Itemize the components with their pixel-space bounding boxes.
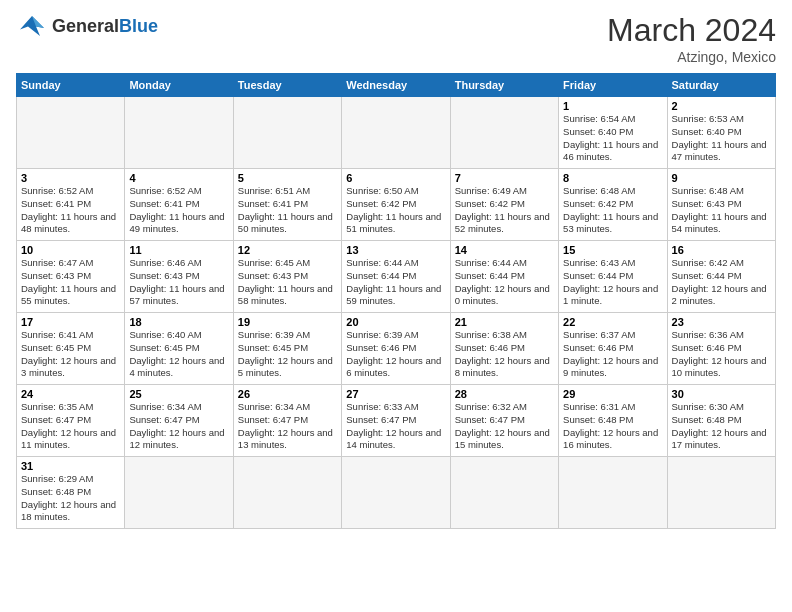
calendar-cell: [450, 97, 558, 169]
calendar-cell: 18Sunrise: 6:40 AM Sunset: 6:45 PM Dayli…: [125, 313, 233, 385]
day-number: 10: [21, 244, 120, 256]
day-number: 28: [455, 388, 554, 400]
day-number: 4: [129, 172, 228, 184]
day-number: 12: [238, 244, 337, 256]
day-number: 23: [672, 316, 771, 328]
calendar-cell: 30Sunrise: 6:30 AM Sunset: 6:48 PM Dayli…: [667, 385, 775, 457]
week-row-3: 10Sunrise: 6:47 AM Sunset: 6:43 PM Dayli…: [17, 241, 776, 313]
day-info: Sunrise: 6:39 AM Sunset: 6:46 PM Dayligh…: [346, 329, 445, 380]
day-number: 9: [672, 172, 771, 184]
day-number: 8: [563, 172, 662, 184]
day-number: 27: [346, 388, 445, 400]
day-number: 25: [129, 388, 228, 400]
day-info: Sunrise: 6:39 AM Sunset: 6:45 PM Dayligh…: [238, 329, 337, 380]
title-block: March 2024 Atzingo, Mexico: [607, 12, 776, 65]
day-info: Sunrise: 6:44 AM Sunset: 6:44 PM Dayligh…: [346, 257, 445, 308]
day-info: Sunrise: 6:32 AM Sunset: 6:47 PM Dayligh…: [455, 401, 554, 452]
day-number: 21: [455, 316, 554, 328]
day-number: 18: [129, 316, 228, 328]
calendar-cell: 1Sunrise: 6:54 AM Sunset: 6:40 PM Daylig…: [559, 97, 667, 169]
calendar-cell: 21Sunrise: 6:38 AM Sunset: 6:46 PM Dayli…: [450, 313, 558, 385]
calendar-header: SundayMondayTuesdayWednesdayThursdayFrid…: [17, 74, 776, 97]
day-info: Sunrise: 6:50 AM Sunset: 6:42 PM Dayligh…: [346, 185, 445, 236]
day-info: Sunrise: 6:51 AM Sunset: 6:41 PM Dayligh…: [238, 185, 337, 236]
weekday-header-monday: Monday: [125, 74, 233, 97]
week-row-6: 31Sunrise: 6:29 AM Sunset: 6:48 PM Dayli…: [17, 457, 776, 529]
day-info: Sunrise: 6:34 AM Sunset: 6:47 PM Dayligh…: [238, 401, 337, 452]
day-info: Sunrise: 6:54 AM Sunset: 6:40 PM Dayligh…: [563, 113, 662, 164]
calendar-cell: 27Sunrise: 6:33 AM Sunset: 6:47 PM Dayli…: [342, 385, 450, 457]
calendar-cell: 19Sunrise: 6:39 AM Sunset: 6:45 PM Dayli…: [233, 313, 341, 385]
day-info: Sunrise: 6:52 AM Sunset: 6:41 PM Dayligh…: [129, 185, 228, 236]
day-info: Sunrise: 6:40 AM Sunset: 6:45 PM Dayligh…: [129, 329, 228, 380]
day-info: Sunrise: 6:35 AM Sunset: 6:47 PM Dayligh…: [21, 401, 120, 452]
calendar-cell: 9Sunrise: 6:48 AM Sunset: 6:43 PM Daylig…: [667, 169, 775, 241]
header: GeneralBlue March 2024 Atzingo, Mexico: [16, 12, 776, 65]
calendar-cell: 3Sunrise: 6:52 AM Sunset: 6:41 PM Daylig…: [17, 169, 125, 241]
day-info: Sunrise: 6:44 AM Sunset: 6:44 PM Dayligh…: [455, 257, 554, 308]
calendar-cell: 24Sunrise: 6:35 AM Sunset: 6:47 PM Dayli…: [17, 385, 125, 457]
day-number: 1: [563, 100, 662, 112]
day-number: 26: [238, 388, 337, 400]
weekday-header-sunday: Sunday: [17, 74, 125, 97]
calendar-cell: 12Sunrise: 6:45 AM Sunset: 6:43 PM Dayli…: [233, 241, 341, 313]
day-info: Sunrise: 6:30 AM Sunset: 6:48 PM Dayligh…: [672, 401, 771, 452]
calendar-cell: 28Sunrise: 6:32 AM Sunset: 6:47 PM Dayli…: [450, 385, 558, 457]
calendar-body: 1Sunrise: 6:54 AM Sunset: 6:40 PM Daylig…: [17, 97, 776, 529]
day-info: Sunrise: 6:41 AM Sunset: 6:45 PM Dayligh…: [21, 329, 120, 380]
calendar-cell: [342, 97, 450, 169]
calendar-cell: [233, 457, 341, 529]
calendar-cell: 7Sunrise: 6:49 AM Sunset: 6:42 PM Daylig…: [450, 169, 558, 241]
calendar-cell: 29Sunrise: 6:31 AM Sunset: 6:48 PM Dayli…: [559, 385, 667, 457]
day-number: 29: [563, 388, 662, 400]
calendar-cell: [125, 97, 233, 169]
logo-text: GeneralBlue: [52, 17, 158, 36]
week-row-1: 1Sunrise: 6:54 AM Sunset: 6:40 PM Daylig…: [17, 97, 776, 169]
day-number: 15: [563, 244, 662, 256]
day-info: Sunrise: 6:36 AM Sunset: 6:46 PM Dayligh…: [672, 329, 771, 380]
day-info: Sunrise: 6:53 AM Sunset: 6:40 PM Dayligh…: [672, 113, 771, 164]
calendar-cell: [233, 97, 341, 169]
calendar-cell: 8Sunrise: 6:48 AM Sunset: 6:42 PM Daylig…: [559, 169, 667, 241]
day-number: 7: [455, 172, 554, 184]
calendar-cell: 4Sunrise: 6:52 AM Sunset: 6:41 PM Daylig…: [125, 169, 233, 241]
day-number: 11: [129, 244, 228, 256]
calendar-cell: 6Sunrise: 6:50 AM Sunset: 6:42 PM Daylig…: [342, 169, 450, 241]
calendar-cell: 5Sunrise: 6:51 AM Sunset: 6:41 PM Daylig…: [233, 169, 341, 241]
day-number: 31: [21, 460, 120, 472]
calendar-cell: [559, 457, 667, 529]
calendar-cell: 10Sunrise: 6:47 AM Sunset: 6:43 PM Dayli…: [17, 241, 125, 313]
day-info: Sunrise: 6:52 AM Sunset: 6:41 PM Dayligh…: [21, 185, 120, 236]
logo-icon: [16, 12, 48, 40]
calendar-cell: 23Sunrise: 6:36 AM Sunset: 6:46 PM Dayli…: [667, 313, 775, 385]
day-info: Sunrise: 6:48 AM Sunset: 6:42 PM Dayligh…: [563, 185, 662, 236]
day-number: 20: [346, 316, 445, 328]
day-info: Sunrise: 6:33 AM Sunset: 6:47 PM Dayligh…: [346, 401, 445, 452]
logo: GeneralBlue: [16, 12, 158, 40]
weekday-header-saturday: Saturday: [667, 74, 775, 97]
calendar-cell: [17, 97, 125, 169]
day-number: 6: [346, 172, 445, 184]
weekday-header-friday: Friday: [559, 74, 667, 97]
day-info: Sunrise: 6:29 AM Sunset: 6:48 PM Dayligh…: [21, 473, 120, 524]
calendar-cell: [450, 457, 558, 529]
calendar-cell: 14Sunrise: 6:44 AM Sunset: 6:44 PM Dayli…: [450, 241, 558, 313]
day-number: 30: [672, 388, 771, 400]
week-row-5: 24Sunrise: 6:35 AM Sunset: 6:47 PM Dayli…: [17, 385, 776, 457]
day-number: 17: [21, 316, 120, 328]
calendar-cell: 16Sunrise: 6:42 AM Sunset: 6:44 PM Dayli…: [667, 241, 775, 313]
weekday-row: SundayMondayTuesdayWednesdayThursdayFrid…: [17, 74, 776, 97]
calendar-cell: 25Sunrise: 6:34 AM Sunset: 6:47 PM Dayli…: [125, 385, 233, 457]
day-number: 22: [563, 316, 662, 328]
calendar-cell: 11Sunrise: 6:46 AM Sunset: 6:43 PM Dayli…: [125, 241, 233, 313]
day-info: Sunrise: 6:45 AM Sunset: 6:43 PM Dayligh…: [238, 257, 337, 308]
day-number: 13: [346, 244, 445, 256]
day-info: Sunrise: 6:31 AM Sunset: 6:48 PM Dayligh…: [563, 401, 662, 452]
calendar-cell: 17Sunrise: 6:41 AM Sunset: 6:45 PM Dayli…: [17, 313, 125, 385]
calendar-cell: 22Sunrise: 6:37 AM Sunset: 6:46 PM Dayli…: [559, 313, 667, 385]
week-row-4: 17Sunrise: 6:41 AM Sunset: 6:45 PM Dayli…: [17, 313, 776, 385]
day-number: 14: [455, 244, 554, 256]
day-number: 3: [21, 172, 120, 184]
day-number: 16: [672, 244, 771, 256]
day-info: Sunrise: 6:49 AM Sunset: 6:42 PM Dayligh…: [455, 185, 554, 236]
